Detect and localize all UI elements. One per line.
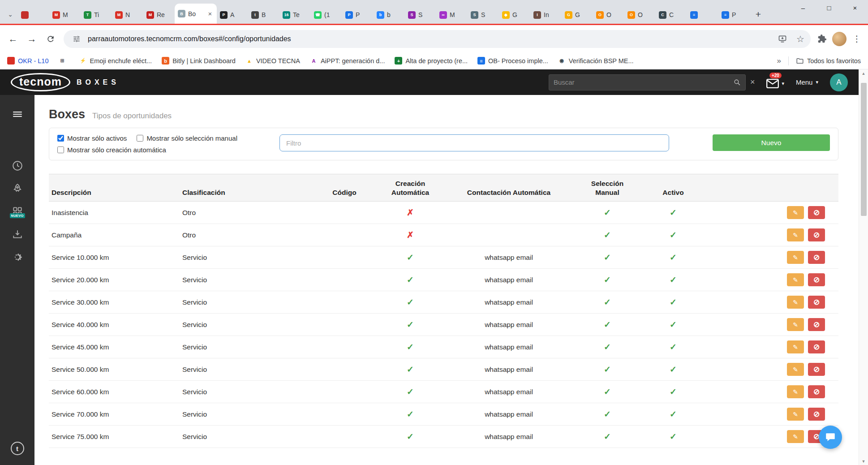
edit-button[interactable]: ✎ (787, 228, 804, 241)
edit-button[interactable]: ✎ (787, 318, 804, 331)
browser-tab[interactable]: O O (593, 6, 624, 24)
sidebar-item-downloads[interactable] (12, 228, 23, 240)
bookmark-item[interactable]: ◉ Verificación BSP ME... (558, 57, 634, 65)
col-descripcion[interactable]: Descripción (49, 188, 180, 197)
tecnom-badge-icon[interactable]: t (11, 442, 24, 455)
browser-tab[interactable]: C C (656, 6, 687, 24)
col-clasificacion[interactable]: Clasificación (180, 188, 309, 197)
browser-tab[interactable]: B Bo × (175, 4, 217, 24)
checkbox-input[interactable] (57, 135, 64, 142)
new-tab-button[interactable]: + (752, 8, 765, 21)
sidebar-item-launch[interactable] (12, 183, 23, 194)
edit-button[interactable]: ✎ (787, 363, 804, 376)
browser-tab[interactable]: M M (49, 6, 81, 24)
install-app-icon[interactable] (776, 32, 789, 46)
url-text[interactable]: parraautomotores.tecnomcrm.com/boxes#/co… (88, 35, 291, 43)
bookmarks-overflow-icon[interactable]: » (777, 56, 781, 65)
sidebar-item-apps[interactable]: NUEVO (12, 206, 23, 217)
disable-button[interactable]: ⊘ (808, 251, 825, 264)
edit-button[interactable]: ✎ (787, 273, 804, 286)
browser-tab[interactable]: M N (112, 6, 143, 24)
col-codigo[interactable]: Código (309, 188, 379, 197)
disable-button[interactable]: ⊘ (808, 385, 825, 398)
browser-tab[interactable]: G G (562, 6, 593, 24)
checkbox-input[interactable] (57, 146, 64, 153)
sidebar-item-history[interactable] (12, 160, 23, 172)
browser-tab[interactable]: b b (374, 6, 405, 24)
all-favorites-button[interactable]: Todos los favoritos (796, 57, 861, 65)
browser-tab[interactable]: t B (248, 6, 279, 24)
disable-button[interactable]: ⊘ (808, 273, 825, 286)
reload-button[interactable] (42, 30, 59, 47)
disable-button[interactable]: ⊘ (808, 340, 825, 353)
global-search-input[interactable] (554, 78, 733, 86)
edit-button[interactable]: ✎ (787, 340, 804, 353)
scroll-up-arrow[interactable]: ▲ (859, 69, 868, 77)
bookmark-item[interactable]: ▲ VIDEO TECNA (245, 57, 300, 65)
disable-button[interactable]: ⊘ (808, 228, 825, 241)
extensions-icon[interactable] (815, 32, 829, 46)
browser-tab[interactable]: S S (405, 6, 436, 24)
forward-button[interactable]: → (23, 30, 40, 47)
browser-tab[interactable]: ≡ (687, 6, 718, 24)
browser-tab[interactable]: P A (217, 6, 248, 24)
menu-dropdown[interactable]: Menu ▾ (796, 78, 818, 86)
sidebar-item-settings[interactable] (12, 251, 23, 263)
disable-button[interactable]: ⊘ (808, 318, 825, 331)
disable-button[interactable]: ⊘ (808, 296, 825, 309)
browser-menu-icon[interactable]: ⋮ (850, 32, 864, 46)
edit-button[interactable]: ✎ (787, 408, 804, 421)
edit-button[interactable]: ✎ (787, 296, 804, 309)
edit-button[interactable]: ✎ (787, 251, 804, 264)
browser-tab[interactable]: S S (468, 6, 499, 24)
browser-tab[interactable]: I In (530, 6, 562, 24)
disable-button[interactable]: ⊘ (808, 206, 825, 219)
edit-button[interactable]: ✎ (787, 385, 804, 398)
user-avatar[interactable]: A (830, 73, 848, 91)
browser-profile-avatar[interactable] (832, 32, 847, 46)
back-button[interactable]: ← (4, 30, 21, 47)
bookmark-item[interactable]: A AiPPT: generación d... (310, 57, 385, 65)
site-settings-icon[interactable] (70, 32, 83, 46)
scroll-down-arrow[interactable]: ▼ (859, 457, 868, 465)
filter-checkbox[interactable]: Mostrar sólo creación automática (57, 146, 166, 154)
browser-tab[interactable]: M Re (143, 6, 175, 24)
chat-launcher-button[interactable] (819, 426, 842, 449)
checkbox-input[interactable] (137, 135, 143, 142)
col-seleccion-manual[interactable]: Selección Manual (576, 179, 638, 197)
disable-button[interactable]: ⊘ (808, 408, 825, 421)
scroll-thumb[interactable] (861, 83, 867, 216)
bookmark-item[interactable]: ⊞ (59, 57, 69, 65)
tecnom-logo[interactable]: tecnom BOXES (11, 73, 120, 91)
browser-tab[interactable]: 16 Te (279, 6, 311, 24)
bookmark-item[interactable]: ≡ OB- Proceso imple... (477, 57, 548, 65)
close-button[interactable]: × (842, 0, 868, 15)
bookmark-item[interactable]: + Alta de proyecto (re... (395, 57, 468, 65)
browser-tab[interactable]: ≡ P (718, 6, 750, 24)
tab-search-button[interactable]: ⌄ (4, 8, 17, 21)
tab-close-icon[interactable]: × (206, 10, 214, 17)
col-creacion-automatica[interactable]: Creación Automática (379, 179, 441, 197)
notifications-mail[interactable]: +20 ▾ (766, 76, 784, 88)
filter-checkbox[interactable]: Mostrar sólo activos (57, 134, 127, 142)
disable-button[interactable]: ⊘ (808, 363, 825, 376)
hamburger-menu-button[interactable] (12, 108, 23, 120)
minimize-button[interactable]: – (790, 0, 816, 15)
new-button[interactable]: Nuevo (713, 134, 830, 151)
bookmark-star-icon[interactable]: ☆ (794, 32, 807, 46)
browser-tab[interactable] (18, 6, 49, 24)
col-activo[interactable]: Activo (638, 188, 708, 197)
bookmark-item[interactable]: ⚡ Emoji enchufe eléct... (79, 57, 152, 65)
address-bar[interactable]: parraautomotores.tecnomcrm.com/boxes#/co… (64, 30, 811, 48)
filter-input[interactable] (279, 134, 669, 151)
browser-tab[interactable]: ☎ (1 (311, 6, 342, 24)
browser-tab[interactable]: ∞ M (436, 6, 468, 24)
bookmark-item[interactable]: b Bitly | Link Dashboard (162, 57, 236, 65)
maximize-button[interactable]: □ (816, 0, 842, 15)
browser-tab[interactable]: ◆ G (499, 6, 530, 24)
col-contactacion-automatica[interactable]: Contactación Automática (441, 188, 576, 197)
edit-button[interactable]: ✎ (787, 206, 804, 219)
browser-tab[interactable]: O O (624, 6, 656, 24)
edit-button[interactable]: ✎ (787, 430, 804, 443)
search-clear-icon[interactable]: × (750, 78, 755, 87)
